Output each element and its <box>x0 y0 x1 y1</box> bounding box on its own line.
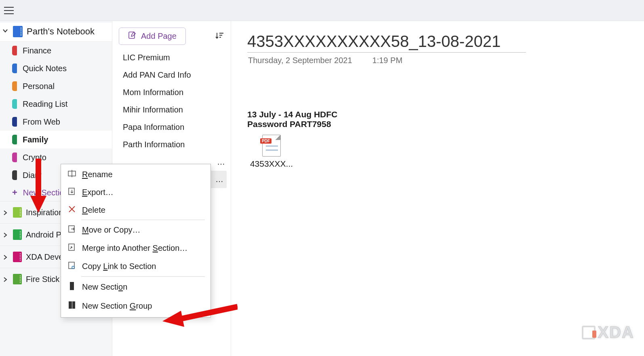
section-color-chip <box>12 99 17 109</box>
note-meta: Thursday, 2 September 2021 1:19 PM <box>247 53 628 65</box>
note-date: Thursday, 2 September 2021 <box>248 56 352 65</box>
context-menu-label: Delete <box>82 206 105 215</box>
section-context-menu: RenameExport…DeleteMove or Copy…Merge in… <box>61 164 211 318</box>
xda-logo-icon <box>582 326 596 339</box>
svg-rect-8 <box>69 301 72 309</box>
section-item[interactable]: Quick Notes <box>0 59 112 77</box>
chevron-right-icon <box>2 208 9 217</box>
context-menu-label: Export… <box>82 188 114 197</box>
page-item[interactable]: Parth Information <box>115 136 228 153</box>
context-menu-label: Merge into Another Section… <box>82 244 187 253</box>
copy-link-icon <box>67 261 76 271</box>
sort-icon[interactable] <box>215 31 224 42</box>
merge-section-icon <box>67 243 76 253</box>
note-time: 1:19 PM <box>373 56 402 65</box>
attachment[interactable]: 4353XXX... <box>247 135 296 169</box>
chevron-down-icon <box>2 28 9 35</box>
context-menu-item[interactable]: Delete <box>61 201 210 219</box>
section-item[interactable]: Finance <box>0 42 112 59</box>
context-menu-item[interactable]: New Section <box>61 278 210 297</box>
section-label: From Web <box>23 117 60 127</box>
context-menu-item[interactable]: Copy Link to Section <box>61 257 210 275</box>
page-item[interactable]: Mihir Information <box>115 101 228 119</box>
page-item[interactable]: Papa Information <box>115 119 228 136</box>
section-label: Reading List <box>23 100 67 109</box>
context-menu-label: Rename <box>82 170 113 179</box>
export-icon <box>67 187 76 197</box>
context-menu-item[interactable]: Merge into Another Section… <box>61 239 210 257</box>
chevron-right-icon <box>2 252 9 262</box>
chevron-right-icon <box>2 230 9 239</box>
new-section-icon <box>67 282 76 292</box>
add-page-icon <box>128 31 136 41</box>
context-menu-label: Move or Copy… <box>82 225 141 235</box>
note-body-line[interactable]: Password PART7958 <box>247 119 628 129</box>
notebook-title: Parth's Notebook <box>27 26 95 37</box>
notebook-header[interactable]: Parth's Notebook <box>0 23 112 42</box>
svg-rect-2 <box>69 188 74 195</box>
section-group-label: Fire Stick <box>26 275 59 284</box>
add-page-label: Add Page <box>141 32 177 41</box>
notebook-group-icon <box>13 207 22 218</box>
section-label: Personal <box>23 82 55 91</box>
context-menu-item[interactable]: Rename <box>61 166 210 183</box>
pdf-file-icon <box>262 135 281 157</box>
section-color-chip <box>12 135 17 144</box>
section-color-chip <box>12 46 17 55</box>
move-copy-icon <box>67 225 76 235</box>
new-section-group-icon <box>67 301 76 312</box>
svg-point-6 <box>72 266 74 269</box>
title-bar <box>0 0 644 21</box>
notebook-group-icon <box>13 274 22 284</box>
section-color-chip <box>12 81 17 91</box>
context-menu-separator <box>81 276 205 277</box>
annotation-arrow-down <box>28 159 48 217</box>
add-page-button[interactable]: Add Page <box>119 28 186 45</box>
xda-watermark: XDA <box>582 323 634 341</box>
page-item[interactable]: LIC Premium <box>115 49 228 66</box>
note-content: 4353XXXXXXXXXX58_13-08-2021 Thursday, 2 … <box>231 21 644 356</box>
xda-text: XDA <box>598 323 634 341</box>
section-label: Finance <box>23 46 51 55</box>
delete-icon <box>67 206 76 215</box>
attachment-label: 4353XXX... <box>247 159 296 169</box>
annotation-arrow-left <box>161 303 238 329</box>
section-item[interactable]: Reading List <box>0 95 112 113</box>
page-item[interactable]: Add PAN Card Info <box>115 66 228 84</box>
section-item[interactable]: Family <box>0 131 112 148</box>
context-menu-label: New Section <box>82 282 127 292</box>
section-color-chip <box>12 64 17 73</box>
chevron-right-icon <box>2 275 9 284</box>
section-label: Quick Notes <box>23 64 67 73</box>
section-item[interactable]: From Web <box>0 113 112 131</box>
notebook-group-icon <box>13 229 22 240</box>
section-color-chip <box>12 170 17 180</box>
section-item[interactable]: Personal <box>0 77 112 95</box>
rename-icon <box>67 170 76 179</box>
svg-rect-5 <box>69 262 74 269</box>
notebook-icon <box>13 26 23 37</box>
context-menu-item[interactable]: Move or Copy… <box>61 221 210 239</box>
context-menu-label: Copy Link to Section <box>82 262 156 271</box>
svg-rect-7 <box>70 282 74 290</box>
context-menu-label: New Section Group <box>82 301 152 311</box>
notebook-group-icon <box>13 252 22 262</box>
hamburger-menu-icon[interactable] <box>4 6 14 15</box>
section-color-chip <box>12 117 17 127</box>
section-label: Family <box>23 135 48 144</box>
svg-rect-9 <box>72 301 75 309</box>
section-color-chip <box>12 153 17 162</box>
note-body-line[interactable]: 13 July - 14 Aug HDFC <box>247 110 628 119</box>
note-title[interactable]: 4353XXXXXXXXXX58_13-08-2021 <box>247 32 526 53</box>
context-menu-separator <box>81 220 205 220</box>
page-item[interactable]: Mom Information <box>115 84 228 101</box>
plus-icon: + <box>12 187 17 198</box>
context-menu-item[interactable]: Export… <box>61 183 210 201</box>
